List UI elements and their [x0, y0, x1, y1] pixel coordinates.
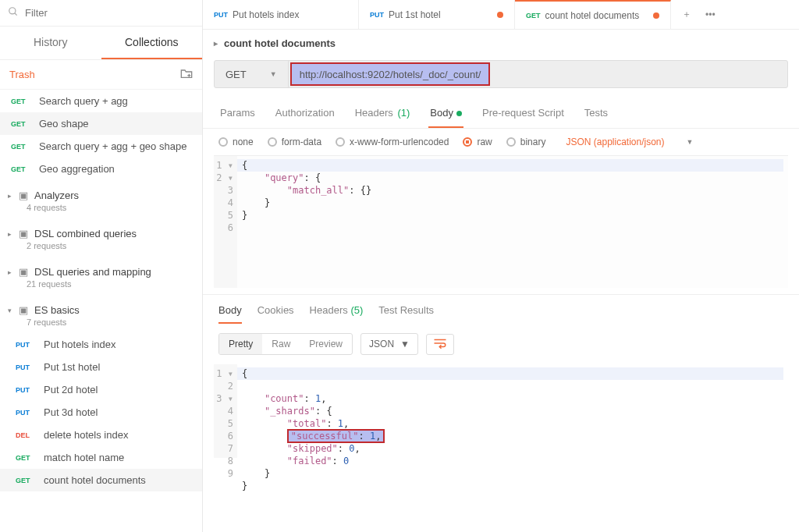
request-body-editor[interactable]: 1 ▾2 ▾3456 { "query": { "match_all": {} …	[214, 155, 788, 288]
method-badge: GET	[16, 477, 39, 484]
method-badge: GET	[11, 143, 34, 151]
radio-icon	[463, 137, 472, 147]
view-pretty[interactable]: Pretty	[219, 334, 262, 354]
request-item[interactable]: DELdelete hotels index	[0, 424, 202, 446]
code-area[interactable]: { "query": { "match_all": {} } }	[237, 156, 788, 288]
request-name: Put 1st hotel	[44, 361, 100, 373]
chevron-right-icon: ▸	[214, 39, 218, 48]
radio-icon	[506, 137, 516, 147]
folder-icon: ▣	[19, 304, 28, 316]
tab-history[interactable]: History	[0, 27, 101, 59]
request-title-row[interactable]: ▸ count hotel documents	[203, 30, 799, 57]
tab-actions: ＋ •••	[671, 5, 726, 24]
request-name: Put 2d hotel	[44, 384, 98, 395]
tab-label: Put 1st hotel	[389, 9, 441, 20]
request-item[interactable]: GETGeo aggregation	[0, 158, 202, 180]
tab-headers[interactable]: Headers (1)	[353, 99, 412, 128]
request-section-tabs: Params Authorization Headers (1) Body Pr…	[203, 99, 799, 129]
sidebar: History Collections Trash GETSearch quer…	[0, 0, 203, 532]
wrap-lines-button[interactable]	[426, 334, 454, 355]
method-badge: DEL	[16, 431, 39, 439]
request-item[interactable]: PUTPut hotels index	[0, 333, 202, 356]
request-item[interactable]: GETmatch hotel name	[0, 446, 202, 469]
view-preview[interactable]: Preview	[300, 334, 352, 354]
method-badge: GET	[16, 454, 39, 462]
radio-none[interactable]: none	[218, 137, 254, 147]
radio-urlencoded[interactable]: x-www-form-urlencoded	[336, 137, 449, 147]
dirty-indicator-icon	[497, 12, 503, 18]
method-badge: GET	[11, 165, 34, 173]
svg-line-1	[15, 13, 17, 16]
radio-binary[interactable]: binary	[506, 137, 546, 147]
tab-params[interactable]: Params	[218, 99, 257, 128]
folder-count: 21 requests	[0, 279, 202, 295]
filter-input[interactable]	[25, 7, 194, 19]
folder-name: Analyzers	[34, 190, 79, 201]
request-name: Put hotels index	[44, 339, 116, 350]
request-item[interactable]: GETSearch query + agg + geo shape	[0, 135, 202, 158]
request-item[interactable]: GETSearch query + agg	[0, 90, 202, 112]
main: PUTPut hotels index PUTPut 1st hotel GET…	[203, 0, 799, 532]
chevron-down-icon: ▼	[270, 70, 277, 78]
body-type-options: none form-data x-www-form-urlencoded raw…	[203, 129, 799, 155]
tab-label: Put hotels index	[233, 9, 299, 20]
new-tab-button[interactable]: ＋	[677, 5, 696, 24]
request-name: Search query + agg + geo shape	[39, 140, 186, 152]
request-item[interactable]: GETcount hotel documents	[0, 469, 202, 491]
resp-tab-tests[interactable]: Test Results	[378, 304, 434, 324]
chevron-down-icon: ▼	[687, 138, 694, 146]
radio-form-data[interactable]: form-data	[268, 137, 321, 147]
resp-tab-body[interactable]: Body	[218, 304, 242, 324]
tab-tests[interactable]: Tests	[583, 99, 609, 128]
tab-body[interactable]: Body	[428, 99, 463, 128]
request-item[interactable]: PUTPut 2d hotel	[0, 378, 202, 401]
request-tab[interactable]: GETcount hotel documents	[515, 0, 671, 29]
chevron-down-icon: ▾	[8, 307, 16, 314]
request-item[interactable]: PUTPut 3d hotel	[0, 401, 202, 424]
code-area: { "count": 1, "_shards": { "total": 1, "…	[237, 364, 788, 458]
resp-tab-headers[interactable]: Headers (5)	[310, 304, 364, 324]
method-badge: PUT	[16, 364, 39, 371]
request-tab[interactable]: PUTPut hotels index	[203, 0, 359, 29]
tab-prerequest[interactable]: Pre-request Script	[481, 99, 566, 128]
response-body-viewer[interactable]: 1 ▾23 ▾456789 { "count": 1, "_shards": {…	[214, 364, 788, 458]
method-select[interactable]: GET ▼	[215, 61, 289, 87]
folder-dsl-combined[interactable]: ▸▣DSL combined queries	[0, 218, 202, 241]
new-folder-icon[interactable]	[180, 68, 193, 81]
folder-count: 2 requests	[0, 241, 202, 257]
folder-name: DSL combined queries	[34, 228, 137, 239]
method-value: GET	[225, 69, 247, 80]
folder-es-basics[interactable]: ▾▣ES basics	[0, 295, 202, 317]
request-item[interactable]: PUTPut 1st hotel	[0, 356, 202, 378]
method-badge: PUT	[16, 409, 39, 417]
tab-authorization[interactable]: Authorization	[274, 99, 336, 128]
url-input[interactable]: http://localhost:9202/hotels/_doc/_count…	[300, 69, 481, 80]
chevron-right-icon: ▸	[8, 192, 16, 200]
request-name: Search query + agg	[39, 95, 128, 107]
request-tabs: PUTPut hotels index PUTPut 1st hotel GET…	[203, 0, 799, 30]
folder-analyzers[interactable]: ▸▣Analyzers	[0, 180, 202, 203]
format-select[interactable]: JSON▼	[360, 333, 418, 355]
folder-name: DSL queries and mapping	[34, 266, 151, 278]
line-gutter: 1 ▾2 ▾3456	[214, 156, 237, 288]
tab-collections[interactable]: Collections	[101, 27, 203, 59]
request-item[interactable]: GETGeo shape	[0, 112, 202, 135]
trash-row[interactable]: Trash	[0, 60, 202, 90]
url-bar: GET ▼ http://localhost:9202/hotels/_doc/…	[214, 60, 788, 88]
tab-overflow-button[interactable]: •••	[701, 6, 720, 23]
request-name: Put 3d hotel	[44, 406, 98, 418]
radio-raw[interactable]: raw	[463, 137, 492, 147]
radio-icon	[268, 137, 277, 147]
resp-tab-cookies[interactable]: Cookies	[257, 304, 294, 324]
folder-count: 4 requests	[0, 203, 202, 218]
response-toolbar: Pretty Raw Preview JSON▼	[203, 324, 799, 364]
radio-icon	[218, 137, 228, 147]
content-type-select[interactable]: JSON (application/json)	[566, 137, 664, 147]
folder-dsl-queries[interactable]: ▸▣DSL queries and mapping	[0, 257, 202, 279]
body-indicator-icon	[456, 111, 462, 116]
tab-label: count hotel documents	[545, 10, 640, 21]
view-raw[interactable]: Raw	[262, 334, 300, 354]
filter-row	[0, 0, 202, 27]
request-tab[interactable]: PUTPut 1st hotel	[359, 0, 515, 29]
chevron-right-icon: ▸	[8, 268, 16, 276]
